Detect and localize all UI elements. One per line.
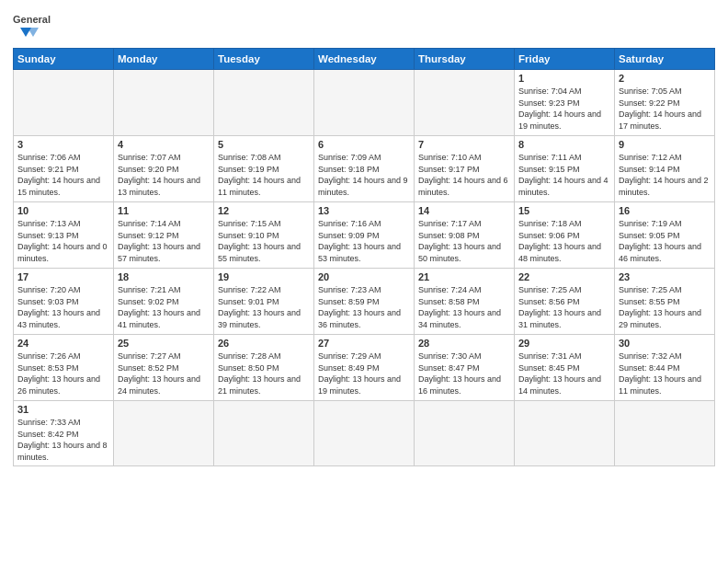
calendar-header-row: SundayMondayTuesdayWednesdayThursdayFrid… <box>14 49 715 70</box>
calendar-cell: 26Sunrise: 7:28 AM Sunset: 8:50 PM Dayli… <box>214 335 314 401</box>
calendar-cell: 17Sunrise: 7:20 AM Sunset: 9:03 PM Dayli… <box>14 269 114 335</box>
day-number: 30 <box>619 338 711 349</box>
day-number: 19 <box>218 271 310 282</box>
day-number: 5 <box>218 139 310 150</box>
day-number: 1 <box>518 73 610 84</box>
calendar-cell: 5Sunrise: 7:08 AM Sunset: 9:19 PM Daylig… <box>214 136 314 202</box>
calendar-cell: 12Sunrise: 7:15 AM Sunset: 9:10 PM Dayli… <box>214 202 314 269</box>
day-number: 13 <box>318 205 410 216</box>
day-info: Sunrise: 7:28 AM Sunset: 8:50 PM Dayligh… <box>218 350 310 396</box>
calendar-cell: 29Sunrise: 7:31 AM Sunset: 8:45 PM Dayli… <box>515 335 615 401</box>
calendar-cell: 13Sunrise: 7:16 AM Sunset: 9:09 PM Dayli… <box>314 202 415 269</box>
day-number: 15 <box>518 205 610 216</box>
day-number: 20 <box>318 271 410 282</box>
day-number: 26 <box>218 338 310 349</box>
calendar-cell <box>615 401 715 466</box>
calendar-cell <box>415 401 515 466</box>
calendar-cell <box>415 70 515 136</box>
day-number: 25 <box>118 338 210 349</box>
calendar-week-row: 1Sunrise: 7:04 AM Sunset: 9:23 PM Daylig… <box>14 70 715 136</box>
generalblue-logo-icon: General <box>13 9 68 42</box>
day-info: Sunrise: 7:33 AM Sunset: 8:42 PM Dayligh… <box>17 417 109 463</box>
calendar-header-friday: Friday <box>515 49 615 70</box>
calendar-cell <box>314 70 415 136</box>
day-number: 4 <box>118 139 210 150</box>
calendar-cell: 7Sunrise: 7:10 AM Sunset: 9:17 PM Daylig… <box>415 136 515 202</box>
calendar-cell: 2Sunrise: 7:05 AM Sunset: 9:22 PM Daylig… <box>615 70 715 136</box>
day-number: 7 <box>418 139 510 150</box>
day-info: Sunrise: 7:23 AM Sunset: 8:59 PM Dayligh… <box>318 284 410 330</box>
day-info: Sunrise: 7:11 AM Sunset: 9:15 PM Dayligh… <box>518 152 610 198</box>
calendar-cell: 24Sunrise: 7:26 AM Sunset: 8:53 PM Dayli… <box>14 335 114 401</box>
calendar-cell: 23Sunrise: 7:25 AM Sunset: 8:55 PM Dayli… <box>615 269 715 335</box>
calendar-cell: 11Sunrise: 7:14 AM Sunset: 9:12 PM Dayli… <box>114 202 214 269</box>
day-number: 10 <box>17 205 109 216</box>
svg-text:General: General <box>13 14 51 25</box>
day-number: 2 <box>619 73 711 84</box>
day-info: Sunrise: 7:32 AM Sunset: 8:44 PM Dayligh… <box>619 350 711 396</box>
calendar-table: SundayMondayTuesdayWednesdayThursdayFrid… <box>13 48 715 466</box>
day-number: 12 <box>218 205 310 216</box>
day-info: Sunrise: 7:14 AM Sunset: 9:12 PM Dayligh… <box>118 218 210 264</box>
calendar-week-row: 24Sunrise: 7:26 AM Sunset: 8:53 PM Dayli… <box>14 335 715 401</box>
calendar-cell: 18Sunrise: 7:21 AM Sunset: 9:02 PM Dayli… <box>114 269 214 335</box>
calendar-cell: 30Sunrise: 7:32 AM Sunset: 8:44 PM Dayli… <box>615 335 715 401</box>
day-info: Sunrise: 7:24 AM Sunset: 8:58 PM Dayligh… <box>418 284 510 330</box>
calendar-cell: 1Sunrise: 7:04 AM Sunset: 9:23 PM Daylig… <box>515 70 615 136</box>
calendar-cell: 4Sunrise: 7:07 AM Sunset: 9:20 PM Daylig… <box>114 136 214 202</box>
day-info: Sunrise: 7:19 AM Sunset: 9:05 PM Dayligh… <box>619 218 711 264</box>
calendar-cell <box>114 401 214 466</box>
day-info: Sunrise: 7:12 AM Sunset: 9:14 PM Dayligh… <box>619 152 711 198</box>
calendar-cell: 10Sunrise: 7:13 AM Sunset: 9:13 PM Dayli… <box>14 202 114 269</box>
logo: General <box>13 9 68 42</box>
calendar-cell: 6Sunrise: 7:09 AM Sunset: 9:18 PM Daylig… <box>314 136 415 202</box>
day-number: 31 <box>17 404 109 415</box>
calendar-cell: 28Sunrise: 7:30 AM Sunset: 8:47 PM Dayli… <box>415 335 515 401</box>
day-info: Sunrise: 7:22 AM Sunset: 9:01 PM Dayligh… <box>218 284 310 330</box>
day-info: Sunrise: 7:21 AM Sunset: 9:02 PM Dayligh… <box>118 284 210 330</box>
calendar-cell: 27Sunrise: 7:29 AM Sunset: 8:49 PM Dayli… <box>314 335 415 401</box>
calendar-cell <box>515 401 615 466</box>
day-info: Sunrise: 7:25 AM Sunset: 8:56 PM Dayligh… <box>518 284 610 330</box>
day-number: 18 <box>118 271 210 282</box>
calendar-header-thursday: Thursday <box>415 49 515 70</box>
calendar-cell: 14Sunrise: 7:17 AM Sunset: 9:08 PM Dayli… <box>415 202 515 269</box>
day-info: Sunrise: 7:04 AM Sunset: 9:23 PM Dayligh… <box>518 86 610 132</box>
calendar-cell: 15Sunrise: 7:18 AM Sunset: 9:06 PM Dayli… <box>515 202 615 269</box>
day-number: 28 <box>418 338 510 349</box>
day-number: 21 <box>418 271 510 282</box>
day-info: Sunrise: 7:07 AM Sunset: 9:20 PM Dayligh… <box>118 152 210 198</box>
day-info: Sunrise: 7:29 AM Sunset: 8:49 PM Dayligh… <box>318 350 410 396</box>
day-number: 6 <box>318 139 410 150</box>
calendar-header-tuesday: Tuesday <box>214 49 314 70</box>
day-number: 23 <box>619 271 711 282</box>
day-info: Sunrise: 7:09 AM Sunset: 9:18 PM Dayligh… <box>318 152 410 198</box>
calendar-week-row: 17Sunrise: 7:20 AM Sunset: 9:03 PM Dayli… <box>14 269 715 335</box>
day-number: 27 <box>318 338 410 349</box>
day-info: Sunrise: 7:17 AM Sunset: 9:08 PM Dayligh… <box>418 218 510 264</box>
day-info: Sunrise: 7:15 AM Sunset: 9:10 PM Dayligh… <box>218 218 310 264</box>
day-number: 29 <box>518 338 610 349</box>
calendar-cell: 16Sunrise: 7:19 AM Sunset: 9:05 PM Dayli… <box>615 202 715 269</box>
day-info: Sunrise: 7:20 AM Sunset: 9:03 PM Dayligh… <box>17 284 109 330</box>
calendar-header-saturday: Saturday <box>615 49 715 70</box>
calendar-header-wednesday: Wednesday <box>314 49 415 70</box>
svg-marker-2 <box>28 28 39 37</box>
calendar-cell <box>214 401 314 466</box>
header: General <box>13 9 715 42</box>
day-number: 22 <box>518 271 610 282</box>
calendar-header-monday: Monday <box>114 49 214 70</box>
calendar-cell: 25Sunrise: 7:27 AM Sunset: 8:52 PM Dayli… <box>114 335 214 401</box>
calendar-cell: 8Sunrise: 7:11 AM Sunset: 9:15 PM Daylig… <box>515 136 615 202</box>
day-number: 9 <box>619 139 711 150</box>
calendar-cell: 19Sunrise: 7:22 AM Sunset: 9:01 PM Dayli… <box>214 269 314 335</box>
calendar-week-row: 10Sunrise: 7:13 AM Sunset: 9:13 PM Dayli… <box>14 202 715 269</box>
day-number: 3 <box>17 139 109 150</box>
calendar-week-row: 31Sunrise: 7:33 AM Sunset: 8:42 PM Dayli… <box>14 401 715 466</box>
calendar-cell: 21Sunrise: 7:24 AM Sunset: 8:58 PM Dayli… <box>415 269 515 335</box>
calendar-cell <box>314 401 415 466</box>
calendar-cell: 20Sunrise: 7:23 AM Sunset: 8:59 PM Dayli… <box>314 269 415 335</box>
calendar-cell: 3Sunrise: 7:06 AM Sunset: 9:21 PM Daylig… <box>14 136 114 202</box>
calendar-cell: 31Sunrise: 7:33 AM Sunset: 8:42 PM Dayli… <box>14 401 114 466</box>
calendar-cell <box>14 70 114 136</box>
